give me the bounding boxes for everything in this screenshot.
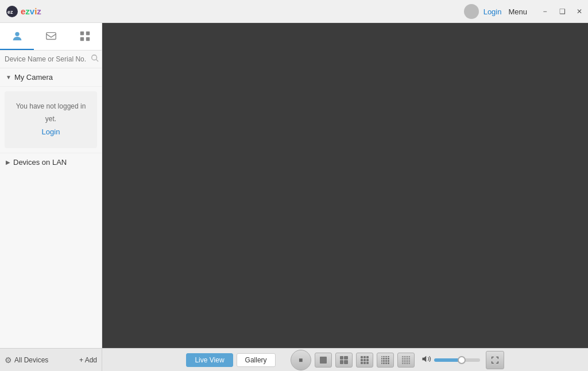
svg-rect-10 (320, 357, 327, 364)
svg-point-2 (15, 32, 19, 36)
layout-1x1-button[interactable] (315, 353, 332, 368)
titlebar-right: Login Menu − ❑ ✕ (464, 0, 588, 23)
my-camera-label: My Camera (14, 73, 53, 82)
svg-rect-7 (86, 37, 89, 40)
logo: ez ezviz (6, 5, 41, 18)
volume-thumb[interactable] (458, 356, 466, 364)
live-view-tab[interactable]: Live View (186, 353, 233, 367)
menu-button[interactable]: Menu (508, 7, 527, 16)
close-button[interactable]: ✕ (571, 0, 588, 23)
ezviz-logo-icon: ez (6, 5, 18, 18)
tab-messages[interactable] (34, 23, 68, 50)
sidebar-tabs (0, 23, 102, 51)
chevron-down-icon: ▼ (6, 74, 11, 80)
svg-line-9 (96, 60, 99, 62)
search-bar (0, 51, 102, 68)
svg-rect-3 (46, 32, 56, 39)
search-icon[interactable] (91, 54, 99, 64)
svg-rect-4 (80, 31, 83, 34)
layout-3x3-button[interactable] (356, 353, 373, 368)
volume-section (421, 354, 480, 366)
search-input[interactable] (5, 55, 91, 63)
layout-5x5-button[interactable] (397, 353, 415, 368)
chevron-right-icon: ▶ (6, 159, 10, 165)
avatar (464, 4, 479, 19)
not-logged-in-text: You have not logged in yet. (16, 102, 86, 123)
bottom-left-controls: ⚙ All Devices + Add (0, 349, 102, 371)
main-area: ▼ My Camera You have not logged in yet. … (0, 23, 588, 348)
devices-on-lan-header[interactable]: ▶ Devices on LAN (0, 153, 102, 171)
tab-user[interactable] (0, 23, 34, 50)
bottom-controls: Live View Gallery (102, 350, 588, 370)
video-content-area (102, 23, 588, 348)
svg-text:ez: ez (7, 9, 13, 15)
user-icon (11, 30, 24, 42)
restore-button[interactable]: ❑ (554, 0, 571, 23)
minimize-button[interactable]: − (536, 0, 554, 23)
volume-slider[interactable] (434, 358, 480, 362)
svg-rect-5 (86, 31, 89, 34)
sidebar: ▼ My Camera You have not logged in yet. … (0, 23, 102, 348)
my-camera-header[interactable]: ▼ My Camera (0, 68, 102, 87)
apps-icon (79, 30, 91, 42)
camera-section: ▼ My Camera You have not logged in yet. … (0, 68, 102, 153)
message-icon (45, 30, 57, 42)
fullscreen-button[interactable] (486, 351, 504, 369)
camera-not-logged-in: You have not logged in yet. Login (5, 91, 97, 148)
layout-4x4-button[interactable] (377, 353, 394, 368)
stop-button[interactable] (291, 350, 311, 370)
svg-rect-6 (80, 37, 83, 40)
svg-point-8 (92, 55, 97, 60)
add-device-button[interactable]: + Add (79, 356, 97, 364)
login-button[interactable]: Login (483, 7, 502, 16)
gallery-tab[interactable]: Gallery (237, 353, 276, 367)
tab-grid[interactable] (68, 23, 102, 50)
bottombar: ⚙ All Devices + Add Live View Gallery (0, 348, 588, 371)
layout-2x2-button[interactable] (335, 353, 353, 368)
logo-text: ezviz (21, 6, 41, 16)
all-devices-label: All Devices (14, 356, 77, 364)
titlebar: ez ezviz Login Menu − ❑ ✕ (0, 0, 588, 23)
settings-icon[interactable]: ⚙ (5, 355, 12, 365)
devices-on-lan-label: Devices on LAN (13, 158, 67, 167)
camera-login-link[interactable]: Login (11, 125, 90, 138)
volume-icon[interactable] (421, 354, 432, 366)
